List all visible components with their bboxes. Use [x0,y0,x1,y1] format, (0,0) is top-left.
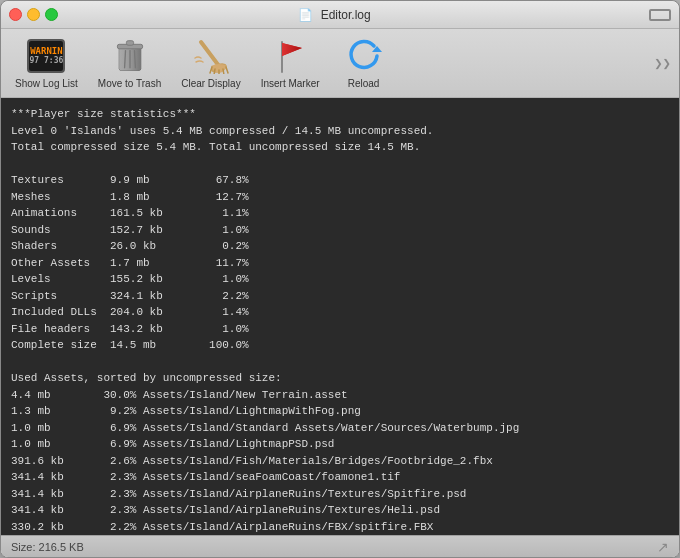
document-icon: 📄 [298,8,313,22]
svg-line-12 [223,69,224,74]
close-button[interactable] [9,8,22,21]
window: 📄 Editor.log WARNIN 97 7:36 Show Log Lis… [0,0,680,558]
move-to-trash-label: Move to Trash [98,78,161,89]
move-to-trash-button[interactable]: Move to Trash [92,33,167,93]
toolbar: WARNIN 97 7:36 Show Log List [1,29,679,98]
warning-badge: WARNIN 97 7:36 [27,39,65,73]
insert-marker-label: Insert Marker [261,78,320,89]
title-bar: 📄 Editor.log [1,1,679,29]
svg-line-6 [134,51,135,68]
content-area: ***Player size statistics*** Level 0 'Is… [1,98,679,535]
show-log-list-button[interactable]: WARNIN 97 7:36 Show Log List [9,33,84,93]
show-log-list-label: Show Log List [15,78,78,89]
svg-line-9 [210,67,212,73]
log-text[interactable]: ***Player size statistics*** Level 0 'Is… [1,98,679,535]
traffic-lights [9,8,58,21]
status-size: Size: 216.5 KB [11,541,84,553]
svg-line-7 [201,42,219,66]
clear-display-label: Clear Display [181,78,240,89]
show-log-list-icon: WARNIN 97 7:36 [27,37,65,75]
insert-marker-button[interactable]: Insert Marker [255,33,326,93]
svg-rect-3 [126,41,133,46]
svg-line-4 [124,51,125,68]
toolbar-overflow[interactable]: ❯❯ [654,55,671,72]
reload-icon [345,37,383,75]
status-bar: Size: 216.5 KB ↗ [1,535,679,557]
clear-display-button[interactable]: Clear Display [175,33,246,93]
marker-icon [271,37,309,75]
svg-line-10 [214,69,215,74]
title-bar-right [611,9,671,21]
trash-icon [111,37,149,75]
overflow-chevron-icon: ❯❯ [654,55,671,72]
resize-grip-icon[interactable]: ↗ [657,539,669,555]
reload-label: Reload [348,78,380,89]
broom-icon [192,37,230,75]
minimize-button[interactable] [27,8,40,21]
zoom-widget[interactable] [649,9,671,21]
reload-button[interactable]: Reload [334,33,394,93]
maximize-button[interactable] [45,8,58,21]
window-title: 📄 Editor.log [58,8,611,22]
svg-line-13 [226,67,228,73]
